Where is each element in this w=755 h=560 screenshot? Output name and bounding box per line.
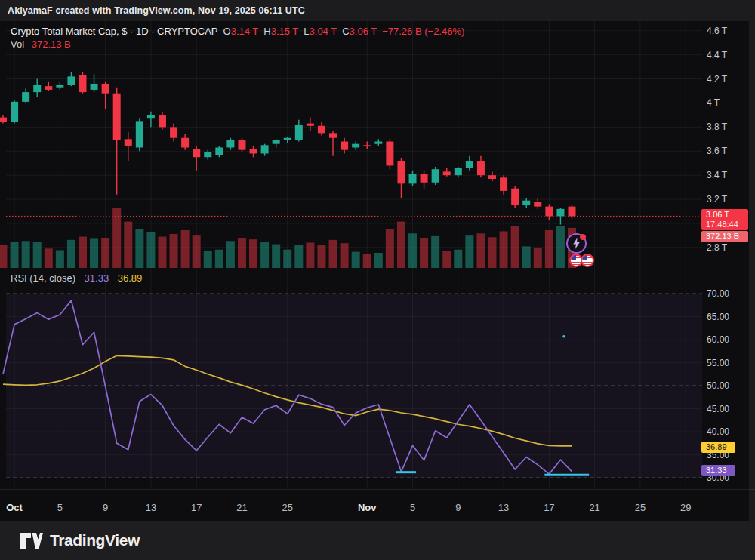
candle-body <box>67 76 75 85</box>
candle-body <box>534 202 541 206</box>
volume-bar <box>249 239 257 268</box>
candle-body <box>147 115 155 118</box>
rsi-axis-labels[interactable]: 70.0065.0060.0055.0050.0045.0040.0035.00… <box>707 288 729 483</box>
volume-bar <box>283 250 291 268</box>
volume-legend[interactable]: Vol 372.13 B <box>11 38 71 50</box>
brand-name[interactable]: TradingView <box>50 531 140 549</box>
volume-bar <box>408 233 417 268</box>
time-tick-label: 13 <box>498 502 509 513</box>
ohlc-values: O3.14 TH3.15 TL3.04 TC3.06 T−77.26 B (−2… <box>218 26 465 37</box>
candle-body <box>352 144 359 148</box>
event-alert-dot <box>580 234 586 240</box>
price-tick-label: 4.4 T <box>707 50 728 60</box>
volume-bar <box>522 246 531 268</box>
price-tick-label: 4.2 T <box>707 74 728 85</box>
ohlc-value: 3.06 T <box>350 26 378 37</box>
volume-bar <box>317 245 325 268</box>
us-flag-event-icon[interactable] <box>581 254 594 267</box>
volume-bar <box>135 229 143 268</box>
volume-bar <box>56 250 64 268</box>
candle-body <box>545 207 553 217</box>
volume-badge: 372.13 B <box>701 231 748 242</box>
volume-bar <box>0 245 8 268</box>
volume-bar <box>158 237 166 268</box>
tradingview-logo-icon[interactable] <box>20 533 43 549</box>
rsi-tick-label: 50.00 <box>707 380 729 391</box>
volume-bar <box>22 241 30 268</box>
volume-bar <box>193 235 201 268</box>
footer-bar: TradingView <box>0 521 755 560</box>
candle-body <box>363 145 371 146</box>
volume-bar <box>454 250 462 268</box>
volume-bar <box>294 245 303 268</box>
volume-bar <box>67 240 76 268</box>
symbol-title: Crypto Total Market Cap, $ · 1D · CRYPTO… <box>11 26 218 37</box>
volume-value: 372.13 B <box>32 38 71 50</box>
volume-label: Vol <box>11 38 24 50</box>
time-axis[interactable]: Oct5913172125Nov591317212529 <box>0 489 755 522</box>
rsi-tick-label: 60.00 <box>707 334 729 345</box>
candle-body <box>432 169 439 183</box>
time-tick-label: 29 <box>680 502 691 513</box>
candle-body <box>22 92 29 102</box>
volume-bar <box>329 240 337 268</box>
bar-countdown: 17:48:44 <box>706 220 748 229</box>
rsi-title: RSI (14, close) <box>11 272 76 284</box>
volume-bar <box>146 232 155 268</box>
volume-bar <box>11 242 19 268</box>
volume-bar <box>79 237 87 268</box>
price-tick-label: 4 T <box>707 97 720 108</box>
time-tick-label: Oct <box>6 502 23 513</box>
rsi-tick-label: 65.00 <box>707 312 729 322</box>
volume-bar <box>374 253 383 268</box>
candle-body <box>0 118 7 122</box>
attribution-text[interactable]: AkiyamaF created with TradingView.com, N… <box>8 5 305 16</box>
candle-body <box>33 85 41 93</box>
candle-body <box>226 140 234 148</box>
candle-body <box>443 171 451 175</box>
volume-bar <box>341 243 349 268</box>
time-tick-label: 25 <box>282 502 293 513</box>
rsi-legend[interactable]: RSI (14, close) 31.33 36.89 <box>11 272 142 284</box>
candle-body <box>204 152 211 157</box>
last-price-value: 3.06 T <box>706 210 748 220</box>
volume-bar <box>238 238 246 268</box>
volume-bar <box>500 231 508 268</box>
candle-body <box>273 140 280 144</box>
volume-bar <box>556 226 565 268</box>
candle-body <box>261 145 269 153</box>
time-tick-label: 9 <box>103 502 108 513</box>
volume-bar <box>511 226 519 268</box>
rsi-tick-label: 40.00 <box>707 426 729 437</box>
price-tick-label: 2.8 T <box>707 242 728 253</box>
volume-bar <box>204 251 212 268</box>
candle-body <box>11 102 18 122</box>
candle-body <box>500 177 507 191</box>
candle-body <box>421 174 428 183</box>
rsi-value: 31.33 <box>85 272 109 284</box>
candle-body <box>113 94 121 140</box>
candle-body <box>91 84 98 90</box>
symbol-legend[interactable]: Crypto Total Market Cap, $ · 1D · CRYPTO… <box>11 26 464 37</box>
volume-bar <box>170 234 178 268</box>
volume-bar <box>386 229 394 268</box>
rsi-tick-label: 70.00 <box>707 288 729 299</box>
volume-bar <box>420 238 428 268</box>
candle-body <box>307 124 314 126</box>
time-tick-label: 13 <box>146 502 156 513</box>
time-tick-label: 21 <box>236 502 247 513</box>
time-tick-label: 17 <box>191 502 202 513</box>
change-value: −77.26 B (−2.46%) <box>382 26 464 37</box>
time-tick-label: Nov <box>358 502 377 513</box>
candle-body <box>569 207 576 217</box>
candle-body <box>79 75 86 92</box>
volume-bar <box>397 222 405 268</box>
rsi-tick-label: 55.00 <box>707 358 729 368</box>
candle-body <box>466 161 473 168</box>
chart-canvas[interactable]: 4.6 T4.4 T4.2 T4 T3.8 T3.6 T3.4 T3.2 T3 … <box>0 21 755 521</box>
time-tick-label: 25 <box>635 502 646 513</box>
candle-body <box>318 126 325 134</box>
volume-bar <box>476 233 485 268</box>
candle-body <box>341 142 348 150</box>
time-tick-label: 9 <box>455 502 461 513</box>
